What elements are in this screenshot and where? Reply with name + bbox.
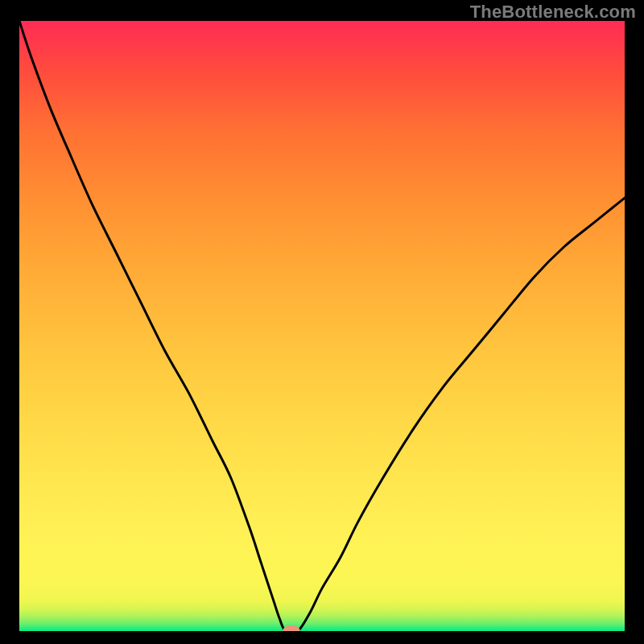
bottleneck-curve (19, 21, 625, 631)
optimal-point-marker (283, 625, 300, 631)
watermark-label: TheBottleneck.com (470, 2, 636, 23)
chart-frame: TheBottleneck.com (0, 0, 644, 644)
plot-area (19, 21, 625, 631)
curve-svg (19, 21, 625, 631)
